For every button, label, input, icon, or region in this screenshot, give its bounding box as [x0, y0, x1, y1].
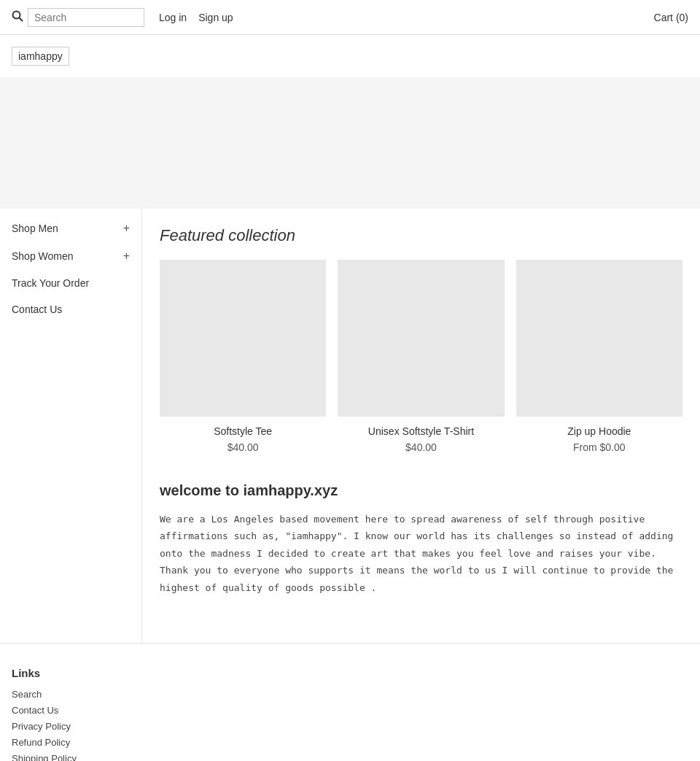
list-item: Refund Policy — [12, 736, 688, 748]
product-name-2: Zip up Hoodie — [516, 425, 682, 437]
product-card-0[interactable]: Softstyle Tee $40.00 — [160, 260, 326, 453]
sidebar-item-label: Track Your Order — [12, 277, 89, 289]
sidebar-item-contact-us[interactable]: Contact Us — [0, 296, 141, 322]
header-nav: Log in Sign up — [159, 12, 233, 23]
plus-icon: + — [123, 222, 130, 235]
signup-link[interactable]: Sign up — [198, 12, 233, 23]
footer-link-privacy[interactable]: Privacy Policy — [12, 721, 71, 732]
footer-link-refund[interactable]: Refund Policy — [12, 737, 70, 748]
list-item: Contact Us — [12, 704, 688, 716]
product-card-1[interactable]: Unisex Softstyle T-Shirt $40.00 — [338, 260, 504, 453]
svg-line-1 — [20, 18, 23, 21]
footer-link-contact[interactable]: Contact Us — [12, 705, 58, 716]
cart-link[interactable]: Cart (0) — [654, 12, 688, 23]
main-layout: Shop Men + Shop Women + Track Your Order… — [0, 209, 700, 643]
product-image-0 — [160, 260, 326, 417]
product-image-2 — [516, 260, 682, 417]
search-button[interactable] — [12, 10, 23, 25]
product-card-2[interactable]: Zip up Hoodie From $0.00 — [516, 260, 682, 453]
welcome-title: welcome to iamhappy.xyz — [160, 482, 682, 499]
search-icon — [12, 10, 23, 22]
product-price-0: $40.00 — [160, 441, 326, 453]
logo-area: iamhappy — [0, 35, 700, 77]
search-form — [12, 8, 144, 27]
footer: Links Search Contact Us Privacy Policy R… — [0, 643, 700, 761]
list-item: Search — [12, 688, 688, 700]
sidebar-item-label: Contact Us — [12, 304, 62, 315]
list-item: Shipping Policy — [12, 752, 688, 761]
sidebar: Shop Men + Shop Women + Track Your Order… — [0, 209, 142, 643]
sidebar-item-track-order[interactable]: Track Your Order — [0, 270, 141, 296]
list-item: Privacy Policy — [12, 720, 688, 732]
footer-link-search[interactable]: Search — [12, 689, 42, 700]
welcome-section: welcome to iamhappy.xyz We are a Los Ang… — [160, 482, 682, 596]
product-price-2: From $0.00 — [516, 441, 682, 453]
products-grid: Softstyle Tee $40.00 Unisex Softstyle T-… — [160, 260, 682, 453]
sidebar-item-shop-men[interactable]: Shop Men + — [0, 215, 141, 242]
welcome-body: We are a Los Angeles based movement here… — [160, 511, 682, 596]
footer-link-list: Search Contact Us Privacy Policy Refund … — [12, 688, 688, 761]
sidebar-item-label: Shop Men — [12, 223, 58, 234]
footer-link-shipping[interactable]: Shipping Policy — [12, 753, 77, 761]
product-image-1 — [338, 260, 504, 417]
svg-point-0 — [13, 11, 20, 18]
plus-icon: + — [123, 250, 130, 263]
sidebar-item-label: Shop Women — [12, 250, 74, 262]
product-name-1: Unisex Softstyle T-Shirt — [338, 425, 504, 437]
hero-banner — [0, 77, 700, 209]
login-link[interactable]: Log in — [159, 12, 187, 23]
header: Log in Sign up Cart (0) — [0, 0, 700, 35]
content-area: Featured collection Softstyle Tee $40.00… — [142, 209, 700, 643]
footer-links-title: Links — [12, 667, 688, 679]
product-name-0: Softstyle Tee — [160, 425, 326, 437]
sidebar-item-shop-women[interactable]: Shop Women + — [0, 242, 141, 270]
search-input[interactable] — [28, 8, 144, 27]
featured-collection-title: Featured collection — [160, 226, 682, 245]
logo-badge: iamhappy — [12, 47, 69, 66]
product-price-1: $40.00 — [338, 441, 504, 453]
